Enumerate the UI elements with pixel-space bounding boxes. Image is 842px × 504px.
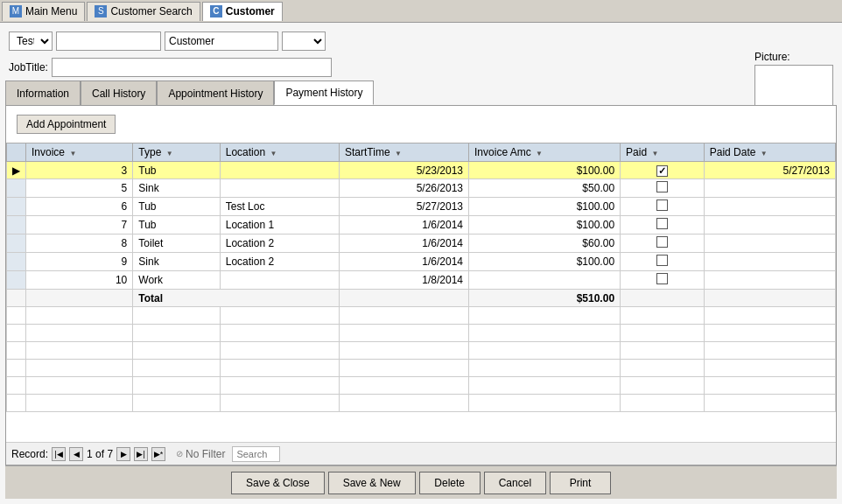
nav-next[interactable]: ▶ bbox=[116, 447, 130, 461]
cell-amount: $100.00 bbox=[469, 216, 621, 234]
action-bar: Save & Close Save & New Delete Cancel Pr… bbox=[5, 466, 837, 499]
cell-location bbox=[220, 162, 339, 179]
table-row[interactable]: 6TubTest Loc5/27/2013$100.00 bbox=[7, 198, 836, 216]
row-indicator: ▶ bbox=[7, 162, 26, 179]
save-close-button[interactable]: Save & Close bbox=[231, 472, 325, 494]
cell-starttime: 5/26/2013 bbox=[340, 179, 469, 198]
cell-amount bbox=[469, 271, 621, 290]
cell-invoice: 5 bbox=[26, 179, 133, 198]
nav-prev[interactable]: ◀ bbox=[69, 447, 83, 461]
row-indicator bbox=[7, 271, 26, 290]
suffix-select[interactable] bbox=[282, 32, 326, 51]
tab-customer[interactable]: C Customer bbox=[202, 2, 283, 21]
col-starttime[interactable]: StartTime ▼ bbox=[340, 144, 469, 162]
main-menu-icon: M bbox=[10, 5, 22, 18]
empty-row bbox=[7, 307, 836, 325]
customer-icon: C bbox=[210, 5, 222, 18]
cell-paid-date bbox=[704, 253, 835, 271]
cell-type: Toilet bbox=[133, 234, 220, 253]
print-button[interactable]: Print bbox=[550, 472, 611, 494]
table-container: Add Appointment Invoice ▼ Type ▼ bbox=[5, 105, 837, 466]
cell-paid bbox=[621, 216, 705, 234]
table-row[interactable]: 7TubLocation 11/6/2014$100.00 bbox=[7, 216, 836, 234]
paid-checkbox[interactable] bbox=[656, 181, 668, 192]
cell-invoice: 7 bbox=[26, 216, 133, 234]
paid-date-sort-icon: ▼ bbox=[761, 150, 768, 158]
col-paid[interactable]: Paid ▼ bbox=[621, 144, 705, 162]
jobtitle-label: JobTitle: bbox=[9, 61, 48, 74]
type-sort-icon: ▼ bbox=[166, 150, 173, 158]
tab-appointment-history[interactable]: Appointment History bbox=[157, 80, 274, 105]
col-paid-date[interactable]: Paid Date ▼ bbox=[704, 144, 835, 162]
nav-last[interactable]: ▶| bbox=[134, 447, 148, 461]
add-appointment-button[interactable]: Add Appointment bbox=[17, 115, 116, 134]
cell-paid-date bbox=[704, 179, 835, 198]
col-location[interactable]: Location ▼ bbox=[220, 144, 339, 162]
cell-paid bbox=[621, 179, 705, 198]
lastname-input[interactable] bbox=[165, 32, 278, 51]
table-row[interactable]: ▶3Tub5/23/2013$100.005/27/2013 bbox=[7, 162, 836, 179]
cell-location bbox=[220, 271, 339, 290]
row-indicator bbox=[7, 198, 26, 216]
cell-paid bbox=[621, 253, 705, 271]
empty-row bbox=[7, 377, 836, 395]
delete-button[interactable]: Delete bbox=[419, 472, 481, 494]
cell-paid-date bbox=[704, 216, 835, 234]
tab-main-menu-label: Main Menu bbox=[25, 5, 77, 18]
paid-checkbox[interactable] bbox=[656, 218, 668, 229]
location-sort-icon: ▼ bbox=[270, 150, 277, 158]
total-row: Total$510.00 bbox=[7, 290, 836, 307]
save-new-button[interactable]: Save & New bbox=[328, 472, 416, 494]
cell-starttime: 1/6/2014 bbox=[340, 216, 469, 234]
cell-starttime: 1/6/2014 bbox=[340, 234, 469, 253]
cell-paid bbox=[621, 198, 705, 216]
table-row[interactable]: 10Work1/8/2014 bbox=[7, 271, 836, 290]
paid-checkbox[interactable] bbox=[656, 236, 668, 248]
search-input[interactable] bbox=[232, 446, 280, 462]
col-type[interactable]: Type ▼ bbox=[133, 144, 220, 162]
table-row[interactable]: 9SinkLocation 21/6/2014$100.00 bbox=[7, 253, 836, 271]
total-amount: $510.00 bbox=[469, 290, 621, 307]
cell-type: Tub bbox=[133, 162, 220, 179]
cell-invoice: 9 bbox=[26, 253, 133, 271]
empty-row bbox=[7, 360, 836, 377]
cell-paid bbox=[621, 162, 705, 179]
col-indicator bbox=[7, 144, 26, 162]
nav-new[interactable]: ▶* bbox=[151, 447, 165, 461]
empty-row bbox=[7, 325, 836, 342]
cancel-button[interactable]: Cancel bbox=[484, 472, 546, 494]
paid-checkbox[interactable] bbox=[656, 273, 668, 284]
col-invoice[interactable]: Invoice ▼ bbox=[26, 144, 133, 162]
col-amount[interactable]: Invoice Amc ▼ bbox=[469, 144, 621, 162]
table-row[interactable]: 8ToiletLocation 21/6/2014$60.00 bbox=[7, 234, 836, 253]
tab-payment-history[interactable]: Payment History bbox=[274, 80, 374, 105]
cell-amount: $100.00 bbox=[469, 253, 621, 271]
picture-label: Picture: bbox=[754, 51, 790, 63]
invoice-sort-icon: ▼ bbox=[69, 150, 76, 158]
payment-table: Invoice ▼ Type ▼ Location ▼ StartTime bbox=[6, 143, 836, 412]
tab-customer-search[interactable]: S Customer Search bbox=[87, 2, 200, 21]
table-row[interactable]: 5Sink5/26/2013$50.00 bbox=[7, 179, 836, 198]
cell-paid bbox=[621, 234, 705, 253]
firstname-input[interactable] bbox=[56, 32, 161, 51]
tab-main-menu[interactable]: M Main Menu bbox=[2, 2, 85, 21]
prefix-select[interactable]: Test bbox=[9, 32, 53, 51]
cell-paid-date bbox=[704, 234, 835, 253]
cell-starttime: 1/8/2014 bbox=[340, 271, 469, 290]
cell-paid bbox=[621, 271, 705, 290]
total-label: Total bbox=[133, 290, 340, 307]
paid-sort-icon: ▼ bbox=[651, 150, 658, 158]
total-paid-date bbox=[704, 290, 835, 307]
paid-checkbox[interactable] bbox=[656, 200, 668, 211]
nav-first[interactable]: |◀ bbox=[52, 447, 66, 461]
cell-amount: $60.00 bbox=[469, 234, 621, 253]
paid-checkbox[interactable] bbox=[656, 255, 668, 266]
tab-information[interactable]: Information bbox=[5, 80, 81, 105]
table-scroll-area[interactable]: Invoice ▼ Type ▼ Location ▼ StartTime bbox=[6, 143, 836, 442]
jobtitle-input[interactable] bbox=[52, 58, 332, 77]
paid-checkbox[interactable] bbox=[656, 165, 668, 177]
cell-invoice: 10 bbox=[26, 271, 133, 290]
cell-invoice: 8 bbox=[26, 234, 133, 253]
tab-call-history[interactable]: Call History bbox=[81, 80, 157, 105]
row-indicator bbox=[7, 253, 26, 271]
